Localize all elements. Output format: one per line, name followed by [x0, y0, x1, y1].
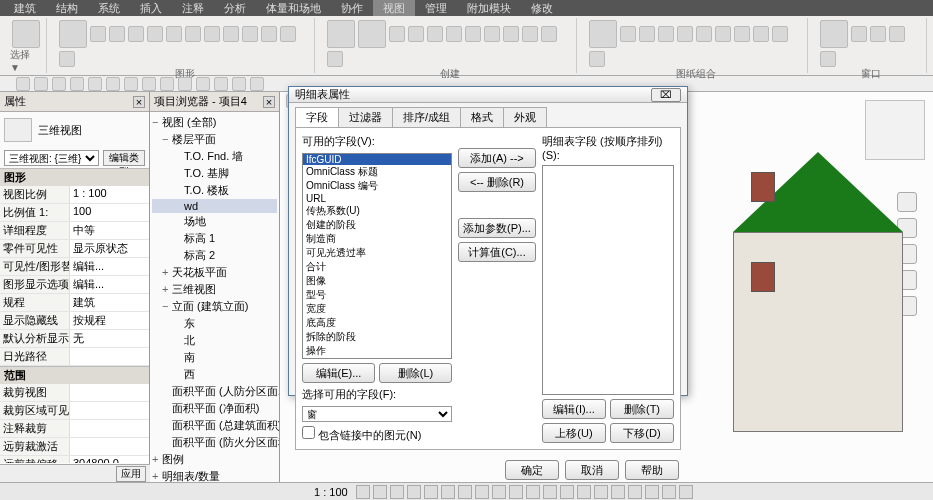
property-row[interactable]: 默认分析显示...无	[0, 330, 149, 348]
tree-node[interactable]: −视图 (全部)	[152, 114, 277, 131]
ribbon-button[interactable]	[465, 26, 481, 42]
status-icon[interactable]	[577, 485, 591, 499]
dialog-close-button[interactable]: ⌧	[651, 88, 681, 102]
ribbon-button[interactable]	[446, 26, 462, 42]
edit-type-button[interactable]: 编辑类型	[103, 150, 145, 166]
ribbon-button[interactable]	[589, 20, 617, 48]
status-icon[interactable]	[441, 485, 455, 499]
close-icon[interactable]: ×	[133, 96, 145, 108]
ribbon-button[interactable]	[166, 26, 182, 42]
status-icon[interactable]	[662, 485, 676, 499]
tree-node[interactable]: +三维视图	[152, 281, 277, 298]
list-item[interactable]: 型号	[303, 288, 451, 302]
ribbon-button[interactable]	[541, 26, 557, 42]
tree-node[interactable]: wd	[152, 199, 277, 213]
qat-icon[interactable]	[124, 77, 138, 91]
dialog-tab[interactable]: 外观	[503, 107, 547, 127]
property-row[interactable]: 规程建筑	[0, 294, 149, 312]
property-row[interactable]: 日光路径	[0, 348, 149, 366]
status-icon[interactable]	[628, 485, 642, 499]
tree-node[interactable]: −楼层平面	[152, 131, 277, 148]
ribbon-button[interactable]	[185, 26, 201, 42]
status-icon[interactable]	[679, 485, 693, 499]
tree-node[interactable]: 北	[152, 332, 277, 349]
menu-item[interactable]: 注释	[172, 0, 214, 16]
status-icon[interactable]	[492, 485, 506, 499]
property-row[interactable]: 裁剪区域可见	[0, 402, 149, 420]
ribbon-button[interactable]	[753, 26, 769, 42]
status-icon[interactable]	[475, 485, 489, 499]
ribbon-button[interactable]	[851, 26, 867, 42]
tree-node[interactable]: 面积平面 (防火分区面积)	[152, 434, 277, 451]
property-row[interactable]: 注释裁剪	[0, 420, 149, 438]
ribbon-button[interactable]	[109, 26, 125, 42]
ribbon-button[interactable]	[734, 26, 750, 42]
status-icon[interactable]	[373, 485, 387, 499]
qat-icon[interactable]	[232, 77, 246, 91]
qat-icon[interactable]	[250, 77, 264, 91]
qat-icon[interactable]	[70, 77, 84, 91]
property-row[interactable]: 显示隐藏线按规程	[0, 312, 149, 330]
ribbon-button[interactable]	[677, 26, 693, 42]
ribbon-button[interactable]	[620, 26, 636, 42]
edit-sched-button[interactable]: 编辑(I)...	[542, 399, 606, 419]
list-item[interactable]: OmniClass 标题	[303, 165, 451, 179]
list-item[interactable]: URL	[303, 193, 451, 204]
menu-item[interactable]: 管理	[415, 0, 457, 16]
ribbon-button[interactable]	[389, 26, 405, 42]
ribbon-button[interactable]	[59, 51, 75, 67]
status-icon[interactable]	[509, 485, 523, 499]
ribbon-button[interactable]	[358, 20, 386, 48]
ribbon-button[interactable]	[696, 26, 712, 42]
list-item[interactable]: 制造商	[303, 232, 451, 246]
ribbon-button[interactable]	[589, 51, 605, 67]
status-icon[interactable]	[424, 485, 438, 499]
list-item[interactable]: IfcGUID	[303, 154, 451, 165]
property-row[interactable]: 详细程度中等	[0, 222, 149, 240]
ribbon-button[interactable]	[503, 26, 519, 42]
property-row[interactable]: 比例值 1:100	[0, 204, 149, 222]
edit-field-button[interactable]: 编辑(E)...	[302, 363, 375, 383]
ribbon-button[interactable]	[128, 26, 144, 42]
tree-node[interactable]: 面积平面 (总建筑面积)	[152, 417, 277, 434]
add-parameter-button[interactable]: 添加参数(P)...	[458, 218, 536, 238]
scale-label[interactable]: 1 : 100	[314, 486, 348, 498]
ribbon-button[interactable]	[12, 20, 40, 48]
tree-node[interactable]: +明细表/数量	[152, 468, 277, 482]
qat-icon[interactable]	[196, 77, 210, 91]
available-fields-list[interactable]: IfcGUIDOmniClass 标题OmniClass 编号URL传热系数(U…	[302, 153, 452, 359]
tree-node[interactable]: 西	[152, 366, 277, 383]
qat-icon[interactable]	[52, 77, 66, 91]
list-item[interactable]: 传热系数(U)	[303, 204, 451, 218]
status-icon[interactable]	[611, 485, 625, 499]
cancel-button[interactable]: 取消	[565, 460, 619, 480]
property-row[interactable]: 图形显示选项编辑...	[0, 276, 149, 294]
menu-item[interactable]: 体量和场地	[256, 0, 331, 16]
qat-icon[interactable]	[160, 77, 174, 91]
view-cube[interactable]	[865, 100, 925, 160]
qat-icon[interactable]	[34, 77, 48, 91]
qat-icon[interactable]	[106, 77, 120, 91]
tree-node[interactable]: 面积平面 (净面积)	[152, 400, 277, 417]
ribbon-button[interactable]	[658, 26, 674, 42]
tree-node[interactable]: 面积平面 (人防分区面...	[152, 383, 277, 400]
dialog-tab[interactable]: 格式	[460, 107, 504, 127]
menu-item[interactable]: 系统	[88, 0, 130, 16]
include-linked-checkbox[interactable]: 包含链接中的图元(N)	[302, 426, 452, 443]
ribbon-button[interactable]	[772, 26, 788, 42]
ribbon-button[interactable]	[204, 26, 220, 42]
dialog-tab[interactable]: 排序/成组	[392, 107, 461, 127]
ribbon-button[interactable]	[820, 51, 836, 67]
menu-item[interactable]: 协作	[331, 0, 373, 16]
menu-item[interactable]: 附加模块	[457, 0, 521, 16]
tree-node[interactable]: T.O. Fnd. 墙	[152, 148, 277, 165]
property-row[interactable]: 零件可见性显示原状态	[0, 240, 149, 258]
qat-icon[interactable]	[214, 77, 228, 91]
tree-node[interactable]: 东	[152, 315, 277, 332]
ribbon-button[interactable]	[147, 26, 163, 42]
ribbon-button[interactable]	[408, 26, 424, 42]
menu-item[interactable]: 修改	[521, 0, 563, 16]
ribbon-button[interactable]	[327, 51, 343, 67]
status-icon[interactable]	[560, 485, 574, 499]
tree-node[interactable]: −立面 (建筑立面)	[152, 298, 277, 315]
